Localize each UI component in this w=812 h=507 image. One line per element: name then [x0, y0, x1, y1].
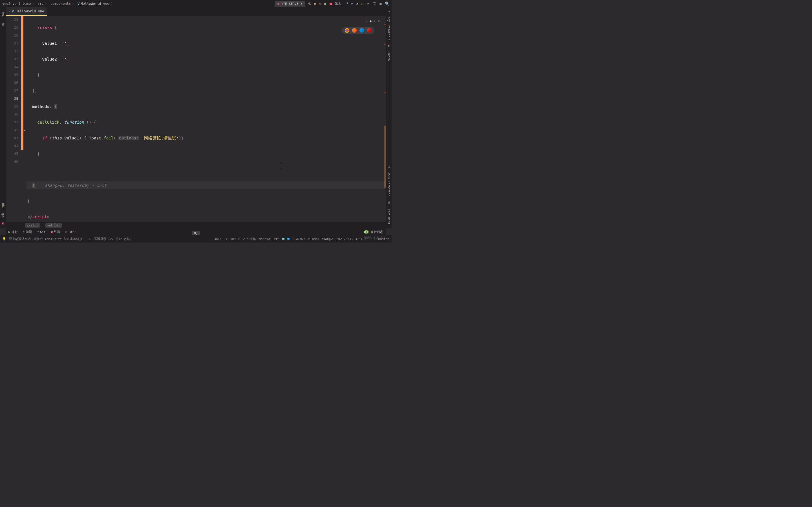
reload-icon[interactable]: ⟲: [308, 1, 311, 6]
breadcrumb-components[interactable]: components: [50, 2, 71, 6]
close-tab-icon[interactable]: ✕: [8, 10, 10, 13]
inspection-widget[interactable]: ⚠ 4 ∧ ∨: [366, 17, 380, 25]
vcs-change-marker: [21, 16, 23, 228]
commit-icon[interactable]: ➤: [351, 1, 353, 6]
chrome-icon[interactable]: [345, 28, 349, 33]
breadcrumb-sep-icon: 〉: [41, 223, 44, 228]
line-number[interactable]: 44: [6, 142, 18, 150]
status-dot-icon: [287, 238, 290, 240]
history-icon[interactable]: ↺: [361, 1, 363, 6]
line-number[interactable]: 33: [6, 55, 18, 63]
branch-icon[interactable]: ⑂: [346, 1, 348, 6]
todo-tool-button[interactable]: ☑TODO: [65, 230, 75, 234]
rollback-icon[interactable]: ⤺: [366, 1, 370, 6]
bulb-icon[interactable]: 💡: [2, 237, 6, 241]
git-tool-button[interactable]: ⑂Git: [37, 230, 46, 234]
line-number[interactable]: 35: [6, 71, 18, 79]
text-cursor: [280, 163, 280, 169]
right-tool-sidebar: ⊙ Key Promoter X ◐ Codota {} JSON Format…: [386, 7, 392, 228]
event-count-badge: 1: [364, 230, 368, 233]
line-number[interactable]: 40: [6, 110, 18, 118]
event-log-button[interactable]: 事件日志: [371, 230, 383, 234]
sidebar-project[interactable]: 项目: [1, 8, 5, 12]
line-number[interactable]: 36: [6, 79, 18, 87]
editor-tab[interactable]: ✕ V HelloWorld.vue: [6, 7, 47, 16]
sidebar-npm[interactable]: npm: [1, 211, 4, 219]
fold-arrow-icon[interactable]: ▶: [23, 126, 26, 134]
breadcrumb-sep-icon: 〉: [33, 1, 36, 6]
line-number[interactable]: 32: [6, 47, 18, 55]
sidebar-structure[interactable]: 结构: [1, 19, 5, 22]
run-configuration-selector[interactable]: ▣ NPM SERVE ▾: [275, 1, 305, 6]
coverage-icon[interactable]: ⊙: [319, 1, 321, 6]
line-number[interactable]: 39: [6, 103, 18, 110]
error-stripe[interactable]: [384, 16, 386, 228]
vue-icon: V: [78, 2, 80, 6]
line-number[interactable]: 29: [6, 24, 18, 32]
color-scheme[interactable]: Monokai Pro: [259, 237, 280, 241]
stop-icon[interactable]: ■: [329, 1, 332, 6]
browser-preview-bar: [342, 27, 374, 34]
todo-icon: ☑: [65, 230, 67, 234]
line-ending[interactable]: LF: [224, 237, 228, 241]
search-icon[interactable]: 🔍: [385, 1, 389, 6]
line-number[interactable]: 45: [6, 150, 18, 158]
line-number[interactable]: 46: [6, 158, 18, 166]
breadcrumb-project[interactable]: vue3-vant-base: [2, 2, 31, 6]
line-number[interactable]: 37: [6, 87, 18, 95]
next-highlight-icon[interactable]: ∨: [378, 17, 380, 25]
terminal-tool-button[interactable]: ▣终端: [51, 230, 60, 234]
line-number[interactable]: 43: [6, 134, 18, 142]
file-encoding[interactable]: UTF-8: [231, 237, 240, 241]
line-number[interactable]: 41: [6, 118, 18, 126]
code-editor[interactable]: 28 29 30 31 32 33 34 35 36 37 38 39 40 4…: [6, 16, 386, 228]
chevron-down-icon: ▾: [301, 2, 303, 6]
sidebar-favorites[interactable]: 收藏夹: [1, 199, 5, 203]
problems-tool-button[interactable]: ⊘问题: [23, 230, 32, 234]
breadcrumb-file[interactable]: HelloWorld.vue: [81, 2, 109, 6]
breadcrumb-script[interactable]: script: [26, 223, 40, 228]
breadcrumb-sep-icon: 〉: [111, 1, 114, 6]
prev-highlight-icon[interactable]: ∧: [374, 17, 376, 25]
star-icon: ★: [2, 204, 4, 210]
breadcrumb-src[interactable]: src: [38, 2, 44, 6]
bug-icon[interactable]: ✱: [314, 1, 316, 6]
opera-icon[interactable]: [367, 28, 371, 33]
line-number[interactable]: 31: [6, 40, 18, 47]
layout-icon[interactable]: ▣: [379, 1, 382, 6]
watermark-text: @掘金技术社区: [364, 235, 386, 240]
code-content[interactable]: return { value1: '', value2: '' } }, met…: [26, 16, 386, 228]
play-icon: ▶: [8, 230, 10, 234]
dismiss-hint[interactable]: // 不再显示 (22 分钟 之前): [88, 237, 132, 241]
line-number[interactable]: 34: [6, 63, 18, 71]
sidebar-word-book[interactable]: Word Book: [388, 207, 391, 226]
sidebar-json-formatter[interactable]: JSON Formatter: [388, 170, 391, 198]
line-number[interactable]: 28: [6, 16, 18, 24]
run-config-label: NPM SERVE: [282, 2, 298, 6]
play-icon[interactable]: ▶: [324, 1, 326, 6]
line-number[interactable]: 38: [6, 95, 18, 103]
vue-icon: V: [12, 9, 14, 13]
json-icon: {}: [387, 163, 391, 169]
wakatime-delta[interactable]: 5 Δ/N/A: [292, 237, 305, 241]
safari-icon[interactable]: [359, 28, 364, 33]
cursor-position[interactable]: 38:4: [214, 237, 221, 241]
git-blame-status[interactable]: Blame: akangwu 2021/3/4, 3:31 下午: [308, 237, 371, 241]
firefox-icon[interactable]: [352, 28, 357, 33]
run-tool-button[interactable]: ▶运行: [8, 230, 18, 234]
key-icon: ⊙: [388, 8, 390, 14]
warning-count: 4: [370, 17, 371, 25]
breadcrumb-bar: vue3-vant-base 〉 src 〉 components 〉 V He…: [0, 0, 392, 7]
translate-icon[interactable]: 文: [373, 1, 377, 6]
top-toolbar: ▣ NPM SERVE ▾ ⟲ ✱ ⊙ ▶ ■ Git: ⑂ ➤ ⇗ ↺ ⤺ 文…: [275, 0, 389, 7]
line-number[interactable]: 42: [6, 126, 18, 134]
indent-setting[interactable]: 2 个空格: [243, 237, 256, 241]
debug-hint-text: 要启动调试会话，请按住 Cmd+Shift 并点击该链接。: [9, 237, 86, 241]
push-icon[interactable]: ⇗: [356, 1, 358, 6]
editor-breadcrumb: script 〉 methods: [6, 222, 386, 228]
terminal-icon: ▣: [51, 230, 53, 234]
breadcrumb-sep-icon: 〉: [72, 1, 76, 6]
breadcrumb-methods[interactable]: methods: [45, 223, 62, 228]
problems-icon: ⊘: [23, 230, 25, 234]
line-number[interactable]: 30: [6, 32, 18, 40]
